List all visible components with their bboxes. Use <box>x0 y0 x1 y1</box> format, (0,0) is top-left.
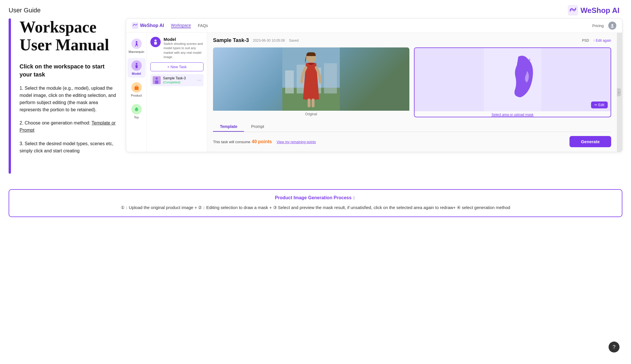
step-1: Select the module (e.g., model), upload … <box>20 85 117 113</box>
consume-info: This task will consume 40 points View my… <box>213 139 316 144</box>
generate-button[interactable]: Generate <box>569 136 611 147</box>
app-sidebar: Mannequin Model Product <box>126 33 147 152</box>
weshop-logo-icon <box>568 5 578 16</box>
nav-faqs[interactable]: FAQs <box>198 23 208 28</box>
task-item[interactable]: Sample Task-3 (Completed) ··· <box>150 74 204 86</box>
right-edge-panel: ‹ <box>617 33 622 152</box>
mask-image: ✏ Edit <box>415 48 611 111</box>
user-avatar[interactable] <box>608 22 616 30</box>
app-navbar: WeShop AI Workspace FAQs Pricing <box>126 19 622 33</box>
task-title-row: Sample Task-3 2023-06-30 10:05:06 Saved … <box>213 37 611 43</box>
svg-point-4 <box>136 41 137 43</box>
collapse-button[interactable]: ‹ <box>617 88 621 96</box>
sidebar-mannequin-label: Mannequin <box>128 50 144 53</box>
svg-rect-5 <box>136 43 137 45</box>
task-title: Sample Task-3 <box>213 37 249 43</box>
mask-image-card: ✏ Edit Select area or upload mask <box>414 47 611 117</box>
mask-illustration <box>484 48 541 111</box>
task-item-name: Sample Task-3 (Completed) <box>163 76 195 84</box>
svg-point-12 <box>155 40 157 42</box>
tab-prompt[interactable]: Prompt <box>244 122 271 132</box>
page-title: Workspace User Manual <box>20 18 117 54</box>
task-date: 2023-06-30 10:05:06 <box>253 39 285 43</box>
generation-footer: This task will consume 40 points View my… <box>213 136 611 147</box>
module-icon <box>150 37 161 47</box>
psd-button[interactable]: PSD <box>582 39 589 43</box>
main-content: Workspace User Manual Click on the works… <box>0 18 631 182</box>
nav-workspace[interactable]: Workspace <box>171 23 191 28</box>
app-logo: WeShop AI <box>132 22 164 29</box>
template-or-prompt-link[interactable]: Template or Prompt <box>20 120 116 133</box>
step-3: Select the desired model types, scenes e… <box>20 140 117 155</box>
original-image <box>213 47 409 111</box>
model-illustration <box>282 47 340 111</box>
consume-text: This task will consume <box>213 140 250 144</box>
task-saved: Saved <box>289 39 299 43</box>
left-panel: Workspace User Manual Click on the works… <box>20 18 126 174</box>
workspace-area: Sample Task-3 2023-06-30 10:05:06 Saved … <box>207 33 617 152</box>
new-task-button[interactable]: + New Task <box>150 62 204 71</box>
svg-rect-23 <box>312 99 314 107</box>
generation-tabs: Template Prompt <box>213 122 611 132</box>
svg-point-3 <box>611 26 614 28</box>
module-name: Model <box>164 37 204 42</box>
bottom-info-steps: ①：Upload the original product image + ②：… <box>17 204 614 211</box>
consume-points: 40 points <box>252 139 272 144</box>
original-caption: Original <box>213 112 409 116</box>
sidebar-model-label: Model <box>132 72 141 75</box>
logo-text: WeShop AI <box>580 6 620 15</box>
logo-area: WeShop AI <box>568 5 620 16</box>
svg-rect-6 <box>135 45 136 46</box>
top-bar: User Guide WeShop AI <box>0 0 631 18</box>
svg-point-8 <box>136 63 137 65</box>
pricing-link[interactable]: Pricing <box>592 24 604 28</box>
app-body: Mannequin Model Product <box>126 33 622 152</box>
sidebar-product-label: Product <box>131 94 142 97</box>
svg-rect-9 <box>135 87 139 90</box>
help-button[interactable]: ? <box>609 342 620 352</box>
task-thumbnail <box>153 76 161 84</box>
sidebar-item-model[interactable]: Model <box>128 58 145 78</box>
sidebar-item-mannequin[interactable]: Mannequin <box>128 36 145 56</box>
steps-list: Select the module (e.g., model), upload … <box>20 85 117 154</box>
edit-mask-button[interactable]: ✏ Edit <box>591 101 608 108</box>
user-guide-label: User Guide <box>9 7 41 14</box>
svg-point-14 <box>156 77 158 80</box>
mask-caption[interactable]: Select area or upload mask <box>415 113 611 117</box>
tab-template[interactable]: Template <box>213 122 244 132</box>
navbar-right: Pricing <box>592 22 616 30</box>
svg-point-2 <box>611 24 613 26</box>
app-logo-icon <box>132 22 138 29</box>
svg-rect-20 <box>324 63 337 93</box>
bottom-info-title: Product Image Generation Process： <box>17 195 614 201</box>
view-points-link[interactable]: View my remaining points <box>277 140 316 144</box>
svg-rect-24 <box>484 48 541 111</box>
task-more-button[interactable]: ··· <box>197 78 201 83</box>
sidebar-item-product[interactable]: Product <box>128 80 145 99</box>
svg-rect-17 <box>285 70 294 93</box>
sidebar-item-toy[interactable]: Toy <box>128 102 145 121</box>
sidebar-toy-label: Toy <box>134 116 139 119</box>
module-info: Model Switch shooting scenes and model t… <box>164 37 204 60</box>
module-desc: Switch shooting scenes and model types t… <box>164 42 204 60</box>
bottom-info-box: Product Image Generation Process： ①：Uplo… <box>9 189 622 217</box>
svg-rect-22 <box>308 99 310 107</box>
app-screenshot: WeShop AI Workspace FAQs Pricing <box>126 18 622 152</box>
right-panel: WeShop AI Workspace FAQs Pricing <box>126 18 622 174</box>
images-row: Original <box>213 47 611 117</box>
accent-bar <box>9 18 11 174</box>
task-list-panel: Model Switch shooting scenes and model t… <box>147 33 207 152</box>
edit-again-button[interactable]: ↑ Edit again <box>593 39 611 43</box>
step-2: Choose one generation method: Template o… <box>20 120 117 134</box>
svg-rect-7 <box>137 45 138 46</box>
page-subtitle: Click on the workspace to start your tas… <box>20 62 117 78</box>
svg-rect-11 <box>136 108 137 109</box>
original-image-card: Original <box>213 47 409 117</box>
module-header: Model Switch shooting scenes and model t… <box>150 37 204 60</box>
